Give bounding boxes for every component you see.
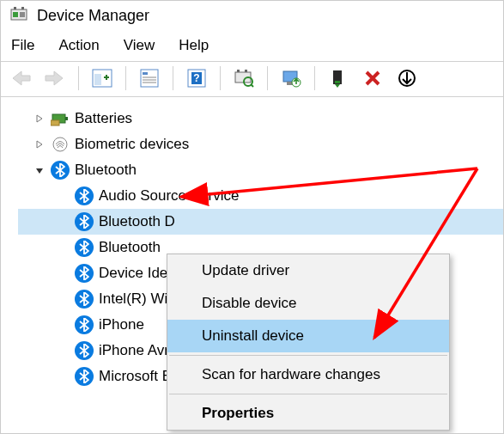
help-button[interactable]: ? (182, 64, 211, 93)
fingerprint-icon (51, 135, 70, 154)
context-menu: Update driver Disable device Uninstall d… (167, 254, 450, 431)
svg-rect-28 (51, 120, 59, 125)
svg-rect-3 (13, 12, 18, 17)
show-hide-tree-button[interactable] (88, 64, 117, 93)
title-bar: Device Manager (1, 1, 503, 32)
menu-item-update-driver[interactable]: Update driver (167, 254, 449, 287)
properties-button[interactable] (135, 64, 164, 93)
tree-item-label: Intel(R) Wi (99, 286, 167, 312)
bluetooth-icon (75, 367, 94, 386)
bluetooth-icon (75, 238, 94, 257)
svg-line-19 (251, 84, 253, 87)
svg-text:?: ? (193, 72, 199, 84)
tree-item-label: Audio Source Service (99, 183, 239, 209)
tree-item-bluetooth[interactable]: Bluetooth (18, 157, 503, 183)
svg-rect-4 (20, 12, 25, 17)
toolbar-separator (267, 66, 268, 90)
bluetooth-icon (51, 161, 70, 180)
tree-item-label: Device Ide (99, 260, 167, 286)
svg-rect-8 (143, 72, 148, 75)
toolbar-separator (314, 66, 315, 90)
menu-separator (169, 355, 447, 356)
uninstall-device-button[interactable] (358, 64, 387, 93)
menu-action[interactable]: Action (58, 37, 99, 54)
menu-bar: File Action View Help (1, 32, 503, 61)
app-icon (9, 6, 28, 25)
tree-item-biometric[interactable]: Biometric devices (18, 131, 503, 157)
menu-item-properties[interactable]: Properties (167, 397, 449, 430)
expander-expanded-icon[interactable] (33, 164, 46, 176)
svg-rect-24 (335, 81, 340, 83)
toolbar: ? (1, 61, 503, 97)
bluetooth-icon (75, 315, 94, 334)
svg-rect-6 (94, 74, 101, 85)
bluetooth-icon (75, 264, 94, 283)
tree-item-label: iPhone (99, 312, 144, 338)
menu-item-uninstall-device[interactable]: Uninstall device (167, 320, 449, 352)
toolbar-separator (125, 66, 126, 90)
menu-view[interactable]: View (124, 37, 155, 54)
bluetooth-icon (75, 290, 94, 309)
menu-item-disable-device[interactable]: Disable device (167, 287, 449, 320)
menu-file[interactable]: File (11, 37, 34, 54)
battery-icon (51, 109, 70, 128)
forward-button[interactable] (40, 64, 70, 93)
svg-rect-16 (237, 70, 240, 72)
expander-collapsed-icon[interactable] (33, 113, 46, 125)
tree-item-batteries[interactable]: Batteries (18, 106, 503, 131)
disable-device-button[interactable] (392, 64, 422, 93)
svg-rect-27 (65, 117, 68, 120)
tree-item-bluetooth-device-selected[interactable]: Bluetooth D (18, 209, 503, 235)
tree-item-label: iPhone Avr (99, 338, 169, 364)
bluetooth-icon (75, 212, 94, 231)
tree-item-audio-source[interactable]: Audio Source Service (18, 183, 503, 209)
svg-rect-1 (14, 7, 16, 9)
bluetooth-icon (75, 341, 94, 360)
toolbar-separator (173, 66, 173, 90)
tree-item-label: Bluetooth (75, 157, 137, 183)
scan-hardware-button[interactable] (229, 64, 258, 93)
toolbar-separator (78, 66, 79, 90)
tree-item-label: Biometric devices (75, 131, 189, 157)
expander-collapsed-icon[interactable] (33, 138, 46, 150)
tree-item-label: Bluetooth (99, 235, 161, 260)
enable-device-button[interactable] (324, 64, 353, 93)
bluetooth-icon (75, 186, 94, 205)
back-button[interactable] (6, 64, 35, 93)
window-title: Device Manager (37, 7, 149, 25)
svg-rect-2 (21, 7, 24, 9)
svg-rect-17 (245, 70, 247, 72)
svg-point-29 (53, 138, 67, 151)
menu-help[interactable]: Help (179, 37, 209, 54)
update-driver-button[interactable] (276, 64, 306, 93)
tree-item-label: Microsoft B (99, 364, 172, 389)
menu-item-scan-hardware[interactable]: Scan for hardware changes (167, 358, 449, 391)
menu-separator (169, 394, 447, 394)
tree-item-label: Batteries (75, 106, 132, 131)
toolbar-separator (220, 66, 221, 90)
tree-item-label: Bluetooth D (99, 209, 175, 235)
